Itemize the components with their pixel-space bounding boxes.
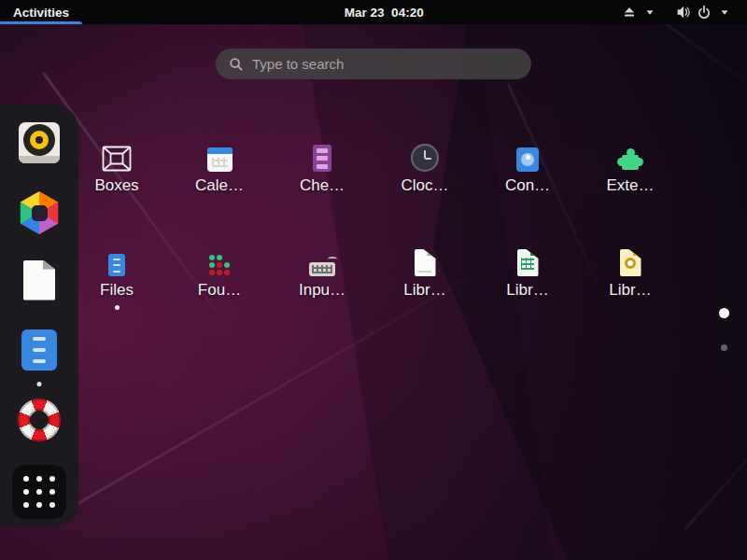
- app-label: Che…: [300, 176, 345, 195]
- search-bar[interactable]: [216, 49, 531, 79]
- files-app-icon: [108, 241, 125, 276]
- power-icon: [697, 5, 712, 20]
- wallpaper-streak: [684, 439, 747, 531]
- libreoffice-impress-app-icon: [620, 241, 641, 276]
- page-dot-1[interactable]: [719, 308, 729, 318]
- boxes-app-icon: [102, 136, 132, 172]
- removable-media-menu[interactable]: [614, 3, 665, 21]
- app-label: Libr…: [506, 281, 548, 300]
- app-item-cheese[interactable]: Che…: [274, 136, 371, 195]
- system-menu[interactable]: [669, 3, 740, 21]
- extensions-app-icon: [615, 136, 645, 172]
- activities-button[interactable]: Activities: [0, 0, 82, 24]
- music-player-app-icon: [19, 122, 60, 163]
- app-item-libreoffice-calc[interactable]: Libr…: [479, 241, 576, 300]
- app-item-files[interactable]: Files: [68, 241, 165, 310]
- dock-item-music-player[interactable]: [0, 117, 78, 169]
- volume-icon: [676, 5, 691, 20]
- libreoffice-app-icon: [23, 260, 55, 301]
- app-label: Cale…: [195, 176, 244, 195]
- app-item-contacts[interactable]: Con…: [479, 136, 576, 195]
- chevron-down-icon: [642, 5, 657, 20]
- app-item-four-in-a-row[interactable]: Fou…: [171, 241, 268, 300]
- app-label: Inpu…: [299, 281, 345, 300]
- clock-button[interactable]: Mar 23 04:20: [345, 6, 424, 20]
- search-input[interactable]: [252, 56, 518, 72]
- search-icon: [229, 57, 244, 72]
- app-item-boxes[interactable]: Boxes: [68, 136, 165, 195]
- calendar-app-icon: [207, 136, 233, 172]
- app-label: Cloc…: [401, 176, 448, 195]
- running-indicator-dot: [115, 305, 120, 310]
- libreoffice-start-app-icon: [415, 241, 436, 276]
- app-label: Exte…: [606, 176, 654, 195]
- app-item-extensions[interactable]: Exte…: [582, 136, 679, 195]
- cheese-app-icon: [313, 136, 331, 172]
- app-label: Con…: [505, 176, 550, 195]
- app-grid-icon: [12, 465, 66, 519]
- libreoffice-calc-app-icon: [517, 241, 539, 276]
- chevron-down-icon: [717, 5, 732, 20]
- input-method-app-icon: [309, 241, 335, 276]
- help-app-icon: [18, 399, 61, 441]
- dock-item-libreoffice[interactable]: [0, 254, 78, 306]
- app-item-libreoffice-impress[interactable]: Libr…: [582, 241, 679, 300]
- app-label: Boxes: [94, 176, 138, 195]
- app-label: Files: [100, 281, 134, 300]
- page-dot-2[interactable]: [721, 344, 727, 351]
- files-app-icon: [21, 329, 57, 371]
- app-item-libreoffice-start[interactable]: Libr…: [376, 241, 473, 300]
- software-store-app-icon: [18, 191, 61, 234]
- four-in-a-row-app-icon: [209, 241, 231, 276]
- dock-item-software[interactable]: [0, 187, 78, 239]
- gnome-activities-overview: Activities Mar 23 04:20: [0, 0, 747, 560]
- activities-active-indicator: [0, 21, 82, 24]
- app-label: Libr…: [609, 281, 651, 300]
- dock-item-help[interactable]: [0, 394, 78, 446]
- clocks-app-icon: [411, 136, 439, 172]
- app-item-input-method[interactable]: Inpu…: [274, 241, 371, 300]
- contacts-app-icon: [516, 136, 539, 172]
- page-indicator: [715, 308, 732, 351]
- app-label: Fou…: [198, 281, 241, 300]
- app-label: Libr…: [403, 281, 445, 300]
- top-bar: Activities Mar 23 04:20: [0, 0, 747, 24]
- system-status-area: [614, 0, 740, 24]
- app-grid-button[interactable]: [0, 461, 78, 523]
- running-indicator-dot: [37, 382, 42, 386]
- wallpaper-streak: [61, 278, 467, 514]
- eject-icon: [622, 5, 637, 20]
- dock: [0, 105, 78, 526]
- activities-label: Activities: [13, 6, 69, 20]
- app-item-calendar[interactable]: Cale…: [171, 136, 268, 195]
- dock-item-files[interactable]: [0, 324, 78, 376]
- app-item-clocks[interactable]: Cloc…: [376, 136, 473, 195]
